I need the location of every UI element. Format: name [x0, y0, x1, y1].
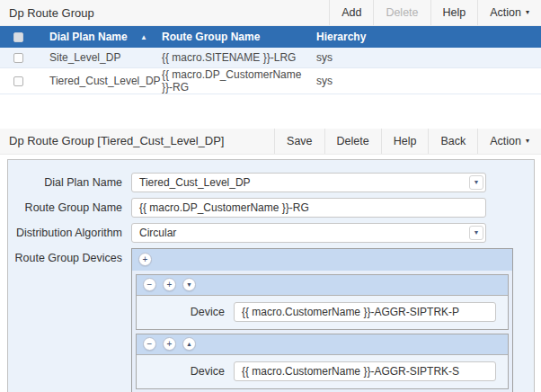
caret-down-icon: ▾	[526, 9, 529, 16]
detail-toolbar: Save Delete Help Back Action ▾	[274, 129, 541, 154]
save-button[interactable]: Save	[274, 129, 324, 154]
dial-plan-name-label: Dial Plan Name	[8, 173, 131, 192]
move-down-button[interactable]: ▼	[182, 278, 196, 291]
column-header-dial-plan[interactable]: Dial Plan Name	[49, 31, 128, 43]
caret-down-icon: ▾	[526, 138, 529, 145]
select-all-checkbox[interactable]	[13, 32, 23, 42]
cell-hierarchy: sys	[309, 67, 541, 94]
action-label: Action	[490, 135, 521, 147]
back-button[interactable]: Back	[428, 129, 477, 154]
help-button[interactable]: Help	[381, 129, 429, 154]
route-group-devices-label: Route Group Devices	[8, 248, 131, 268]
cell-dial-plan-name: Site_Level_DP	[36, 48, 155, 67]
dropdown-arrow-icon[interactable]: ▼	[469, 226, 483, 240]
form-row-route-group-devices: Route Group Devices + − + ▼ Device	[8, 248, 534, 392]
distribution-algorithm-select[interactable]: Circular ▼	[131, 223, 486, 243]
remove-device-button[interactable]: −	[143, 337, 156, 351]
device-row: Device {{ macro.CustomerName }}-AGGR-SIP…	[137, 302, 508, 322]
help-button[interactable]: Help	[430, 0, 478, 25]
device-group-bar: − + ▲	[137, 334, 508, 355]
form-row-route-group-name: Route Group Name {{ macro.DP_CustomerNam…	[8, 198, 534, 218]
detail-form: Dial Plan Name Tiered_Cust_Level_DP ▼ Ro…	[7, 159, 535, 392]
arrow-up-icon: ▲	[186, 341, 192, 347]
route-group-table: Dial Plan Name ▲ Route Group Name Hierar…	[0, 26, 541, 94]
distribution-algorithm-value: Circular	[139, 227, 176, 239]
add-button[interactable]: Add	[329, 0, 373, 25]
action-menu-button[interactable]: Action ▾	[477, 0, 541, 25]
device-group: − + ▲ Device {{ macro.CustomerName }}-AG…	[136, 334, 509, 389]
delete-button[interactable]: Delete	[324, 129, 381, 154]
device-group-content: Device {{ macro.CustomerName }}-AGGR-SIP…	[137, 355, 508, 388]
device-group: − + ▼ Device {{ macro.CustomerName }}-AG…	[136, 274, 509, 330]
detail-title: Dp Route Group [Tiered_Cust_Level_DP]	[0, 134, 224, 147]
dial-plan-name-select[interactable]: Tiered_Cust_Level_DP ▼	[131, 173, 486, 192]
row-checkbox[interactable]	[13, 76, 23, 86]
detail-panel: Dp Route Group [Tiered_Cust_Level_DP] Sa…	[0, 129, 541, 392]
dropdown-arrow-icon[interactable]: ▼	[469, 175, 483, 190]
add-device-button[interactable]: +	[163, 278, 176, 291]
device-input[interactable]: {{ macro.CustomerName }}-AGGR-SIPTRK-S	[234, 361, 496, 381]
action-label: Action	[490, 6, 521, 19]
route-group-name-value: {{ macro.DP_CustomerName }}-RG	[139, 201, 309, 214]
devices-add-bar: +	[132, 249, 512, 271]
device-group-bar: − + ▼	[137, 275, 508, 296]
device-row: Device {{ macro.CustomerName }}-AGGR-SIP…	[137, 361, 508, 381]
cell-route-group-name: {{ macro.DP_CustomerName }}-RG	[155, 67, 309, 94]
list-toolbar: Add Delete Help Action ▾	[329, 0, 541, 25]
route-group-name-label: Route Group Name	[8, 198, 131, 218]
cell-hierarchy: sys	[309, 48, 541, 67]
route-group-devices-panel: + − + ▼ Device {{ macro.CustomerName }}-…	[131, 248, 513, 392]
form-row-dial-plan: Dial Plan Name Tiered_Cust_Level_DP ▼	[8, 173, 534, 192]
device-label: Device	[137, 365, 234, 378]
device-group-content: Device {{ macro.CustomerName }}-AGGR-SIP…	[137, 296, 508, 329]
column-header-route-group[interactable]: Route Group Name	[155, 26, 309, 48]
device-value: {{ macro.CustomerName }}-AGGR-SIPTRK-P	[242, 306, 459, 318]
detail-panel-header: Dp Route Group [Tiered_Cust_Level_DP] Sa…	[0, 129, 541, 155]
add-device-button[interactable]: +	[138, 253, 152, 266]
route-group-name-input[interactable]: {{ macro.DP_CustomerName }}-RG	[131, 198, 486, 218]
form-row-distribution-algorithm: Distribution Algorithm Circular ▼	[8, 223, 534, 243]
table-row[interactable]: Tiered_Cust_Level_DP {{ macro.DP_Custome…	[0, 67, 541, 94]
page-title: Dp Route Group	[0, 6, 94, 20]
column-header-hierarchy[interactable]: Hierarchy	[309, 26, 541, 48]
add-device-button[interactable]: +	[163, 337, 176, 351]
move-up-button[interactable]: ▲	[182, 337, 196, 351]
list-panel: Dp Route Group Add Delete Help Action ▾ …	[0, 0, 541, 94]
list-panel-header: Dp Route Group Add Delete Help Action ▾	[0, 0, 541, 26]
table-header-row: Dial Plan Name ▲ Route Group Name Hierar…	[0, 26, 541, 48]
action-menu-button[interactable]: Action ▾	[477, 129, 541, 154]
panel-gap	[0, 94, 541, 129]
table-row[interactable]: Site_Level_DP {{ macro.SITENAME }}-LRG s…	[0, 48, 541, 67]
delete-button: Delete	[373, 0, 430, 25]
arrow-down-icon: ▼	[186, 281, 192, 288]
device-input[interactable]: {{ macro.CustomerName }}-AGGR-SIPTRK-P	[234, 302, 496, 322]
remove-device-button[interactable]: −	[143, 278, 156, 291]
device-label: Device	[137, 306, 234, 318]
row-checkbox[interactable]	[13, 53, 23, 63]
dial-plan-name-value: Tiered_Cust_Level_DP	[139, 176, 251, 189]
sort-ascending-icon[interactable]: ▲	[140, 33, 147, 41]
distribution-algorithm-label: Distribution Algorithm	[8, 223, 131, 243]
cell-dial-plan-name: Tiered_Cust_Level_DP	[36, 67, 155, 94]
cell-route-group-name: {{ macro.SITENAME }}-LRG	[155, 48, 309, 67]
device-value: {{ macro.CustomerName }}-AGGR-SIPTRK-S	[242, 365, 459, 378]
